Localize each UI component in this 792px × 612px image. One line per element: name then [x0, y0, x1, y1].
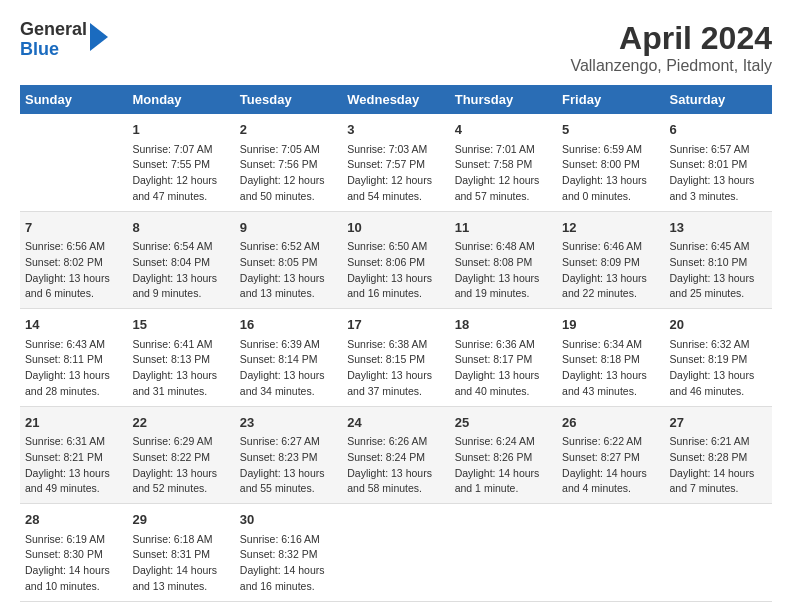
calendar-cell [557, 504, 664, 602]
calendar-cell: 5Sunrise: 6:59 AMSunset: 8:00 PMDaylight… [557, 114, 664, 211]
day-number: 25 [455, 413, 552, 433]
column-header-wednesday: Wednesday [342, 85, 449, 114]
day-number: 23 [240, 413, 337, 433]
day-info: Sunrise: 6:36 AMSunset: 8:17 PMDaylight:… [455, 337, 552, 400]
day-info: Sunrise: 6:57 AMSunset: 8:01 PMDaylight:… [670, 142, 767, 205]
day-number: 20 [670, 315, 767, 335]
day-info: Sunrise: 6:43 AMSunset: 8:11 PMDaylight:… [25, 337, 122, 400]
calendar-cell: 30Sunrise: 6:16 AMSunset: 8:32 PMDayligh… [235, 504, 342, 602]
logo-text: General Blue [20, 20, 87, 60]
calendar-cell: 21Sunrise: 6:31 AMSunset: 8:21 PMDayligh… [20, 406, 127, 504]
day-info: Sunrise: 6:16 AMSunset: 8:32 PMDaylight:… [240, 532, 337, 595]
calendar-cell [20, 114, 127, 211]
day-info: Sunrise: 6:31 AMSunset: 8:21 PMDaylight:… [25, 434, 122, 497]
day-number: 18 [455, 315, 552, 335]
day-number: 17 [347, 315, 444, 335]
calendar-cell: 24Sunrise: 6:26 AMSunset: 8:24 PMDayligh… [342, 406, 449, 504]
logo-general: General [20, 20, 87, 40]
day-number: 29 [132, 510, 229, 530]
column-header-thursday: Thursday [450, 85, 557, 114]
day-info: Sunrise: 6:24 AMSunset: 8:26 PMDaylight:… [455, 434, 552, 497]
day-info: Sunrise: 7:01 AMSunset: 7:58 PMDaylight:… [455, 142, 552, 205]
day-info: Sunrise: 6:56 AMSunset: 8:02 PMDaylight:… [25, 239, 122, 302]
calendar-table: SundayMondayTuesdayWednesdayThursdayFrid… [20, 85, 772, 602]
page-subtitle: Vallanzengo, Piedmont, Italy [570, 57, 772, 75]
day-info: Sunrise: 6:18 AMSunset: 8:31 PMDaylight:… [132, 532, 229, 595]
day-info: Sunrise: 6:26 AMSunset: 8:24 PMDaylight:… [347, 434, 444, 497]
calendar-header: SundayMondayTuesdayWednesdayThursdayFrid… [20, 85, 772, 114]
day-number: 12 [562, 218, 659, 238]
header-row: SundayMondayTuesdayWednesdayThursdayFrid… [20, 85, 772, 114]
day-number: 26 [562, 413, 659, 433]
column-header-monday: Monday [127, 85, 234, 114]
calendar-cell: 26Sunrise: 6:22 AMSunset: 8:27 PMDayligh… [557, 406, 664, 504]
logo-arrow-icon [90, 23, 108, 51]
column-header-saturday: Saturday [665, 85, 772, 114]
calendar-body: 1Sunrise: 7:07 AMSunset: 7:55 PMDaylight… [20, 114, 772, 601]
day-number: 11 [455, 218, 552, 238]
calendar-cell [342, 504, 449, 602]
day-number: 3 [347, 120, 444, 140]
day-info: Sunrise: 6:29 AMSunset: 8:22 PMDaylight:… [132, 434, 229, 497]
calendar-cell: 13Sunrise: 6:45 AMSunset: 8:10 PMDayligh… [665, 211, 772, 309]
day-info: Sunrise: 6:48 AMSunset: 8:08 PMDaylight:… [455, 239, 552, 302]
day-info: Sunrise: 6:50 AMSunset: 8:06 PMDaylight:… [347, 239, 444, 302]
day-number: 21 [25, 413, 122, 433]
day-info: Sunrise: 6:19 AMSunset: 8:30 PMDaylight:… [25, 532, 122, 595]
calendar-row: 1Sunrise: 7:07 AMSunset: 7:55 PMDaylight… [20, 114, 772, 211]
calendar-cell: 28Sunrise: 6:19 AMSunset: 8:30 PMDayligh… [20, 504, 127, 602]
day-number: 14 [25, 315, 122, 335]
calendar-cell [665, 504, 772, 602]
calendar-cell: 4Sunrise: 7:01 AMSunset: 7:58 PMDaylight… [450, 114, 557, 211]
calendar-cell: 15Sunrise: 6:41 AMSunset: 8:13 PMDayligh… [127, 309, 234, 407]
calendar-cell: 2Sunrise: 7:05 AMSunset: 7:56 PMDaylight… [235, 114, 342, 211]
day-number: 2 [240, 120, 337, 140]
calendar-cell: 27Sunrise: 6:21 AMSunset: 8:28 PMDayligh… [665, 406, 772, 504]
day-number: 19 [562, 315, 659, 335]
day-number: 9 [240, 218, 337, 238]
calendar-cell: 14Sunrise: 6:43 AMSunset: 8:11 PMDayligh… [20, 309, 127, 407]
day-info: Sunrise: 6:32 AMSunset: 8:19 PMDaylight:… [670, 337, 767, 400]
calendar-cell: 25Sunrise: 6:24 AMSunset: 8:26 PMDayligh… [450, 406, 557, 504]
calendar-cell: 19Sunrise: 6:34 AMSunset: 8:18 PMDayligh… [557, 309, 664, 407]
calendar-cell: 3Sunrise: 7:03 AMSunset: 7:57 PMDaylight… [342, 114, 449, 211]
day-info: Sunrise: 6:41 AMSunset: 8:13 PMDaylight:… [132, 337, 229, 400]
day-info: Sunrise: 6:59 AMSunset: 8:00 PMDaylight:… [562, 142, 659, 205]
calendar-cell: 10Sunrise: 6:50 AMSunset: 8:06 PMDayligh… [342, 211, 449, 309]
day-info: Sunrise: 6:27 AMSunset: 8:23 PMDaylight:… [240, 434, 337, 497]
day-number: 5 [562, 120, 659, 140]
day-number: 6 [670, 120, 767, 140]
day-number: 16 [240, 315, 337, 335]
calendar-row: 21Sunrise: 6:31 AMSunset: 8:21 PMDayligh… [20, 406, 772, 504]
day-info: Sunrise: 6:38 AMSunset: 8:15 PMDaylight:… [347, 337, 444, 400]
page-header: General Blue April 2024 Vallanzengo, Pie… [20, 20, 772, 75]
day-info: Sunrise: 6:54 AMSunset: 8:04 PMDaylight:… [132, 239, 229, 302]
day-info: Sunrise: 6:21 AMSunset: 8:28 PMDaylight:… [670, 434, 767, 497]
day-info: Sunrise: 6:46 AMSunset: 8:09 PMDaylight:… [562, 239, 659, 302]
calendar-row: 14Sunrise: 6:43 AMSunset: 8:11 PMDayligh… [20, 309, 772, 407]
day-info: Sunrise: 6:22 AMSunset: 8:27 PMDaylight:… [562, 434, 659, 497]
calendar-cell: 22Sunrise: 6:29 AMSunset: 8:22 PMDayligh… [127, 406, 234, 504]
day-number: 15 [132, 315, 229, 335]
day-number: 28 [25, 510, 122, 530]
calendar-cell: 18Sunrise: 6:36 AMSunset: 8:17 PMDayligh… [450, 309, 557, 407]
day-number: 13 [670, 218, 767, 238]
day-number: 10 [347, 218, 444, 238]
logo-blue: Blue [20, 40, 87, 60]
calendar-row: 28Sunrise: 6:19 AMSunset: 8:30 PMDayligh… [20, 504, 772, 602]
calendar-cell: 16Sunrise: 6:39 AMSunset: 8:14 PMDayligh… [235, 309, 342, 407]
calendar-cell: 20Sunrise: 6:32 AMSunset: 8:19 PMDayligh… [665, 309, 772, 407]
calendar-cell: 29Sunrise: 6:18 AMSunset: 8:31 PMDayligh… [127, 504, 234, 602]
column-header-friday: Friday [557, 85, 664, 114]
calendar-cell: 17Sunrise: 6:38 AMSunset: 8:15 PMDayligh… [342, 309, 449, 407]
day-info: Sunrise: 6:52 AMSunset: 8:05 PMDaylight:… [240, 239, 337, 302]
day-number: 8 [132, 218, 229, 238]
day-number: 30 [240, 510, 337, 530]
column-header-tuesday: Tuesday [235, 85, 342, 114]
title-block: April 2024 Vallanzengo, Piedmont, Italy [570, 20, 772, 75]
day-info: Sunrise: 7:07 AMSunset: 7:55 PMDaylight:… [132, 142, 229, 205]
calendar-cell: 11Sunrise: 6:48 AMSunset: 8:08 PMDayligh… [450, 211, 557, 309]
page-title: April 2024 [570, 20, 772, 57]
day-info: Sunrise: 6:34 AMSunset: 8:18 PMDaylight:… [562, 337, 659, 400]
day-number: 4 [455, 120, 552, 140]
